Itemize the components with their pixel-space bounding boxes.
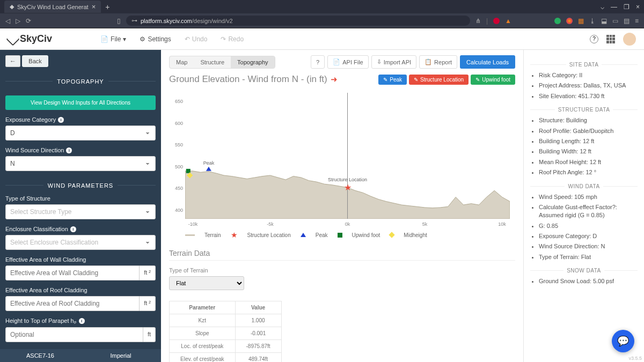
redo-button[interactable]: ↷ Redo: [221, 35, 244, 43]
calculate-loads-button[interactable]: Calculate Loads: [460, 55, 515, 69]
wind-data-header: WIND DATA: [530, 180, 638, 187]
table-row: Loc. of crest/peak-8975.87ft: [170, 340, 282, 353]
share-icon[interactable]: ⋔: [475, 17, 481, 25]
enclosure-select[interactable]: Select Enclosure Classification: [5, 235, 156, 250]
list-item: Site Elevation: 451.730 ft: [539, 92, 638, 100]
ext-icon-9[interactable]: ▤: [624, 17, 630, 25]
menu-icon[interactable]: ≡: [635, 17, 639, 25]
roof-cladding-input[interactable]: [5, 296, 140, 311]
nav-back-icon[interactable]: ◁: [5, 17, 10, 25]
file-menu[interactable]: 📄 File ▾: [100, 35, 126, 43]
user-avatar[interactable]: [623, 33, 636, 46]
caret-down-icon[interactable]: ⌵: [601, 3, 604, 11]
settings-menu[interactable]: ⚙ Settings: [140, 35, 171, 43]
report-button[interactable]: 📋 Report: [419, 55, 457, 69]
list-item: G: 0.85: [539, 222, 638, 230]
chart-legend: Terrain ★Structure Location Peak Upwind …: [169, 231, 515, 239]
url-field[interactable]: ⊶ platform.skyciv.com/design/wind/v2: [126, 16, 470, 26]
ext-icon-4[interactable]: [566, 18, 573, 24]
arrow-right-icon: ➜: [331, 75, 338, 84]
chart-title: Ground Elevation - Wind from N - (in ft): [169, 74, 327, 85]
chat-bubble-icon[interactable]: 💬: [612, 330, 634, 352]
ext-icon-3[interactable]: [554, 18, 561, 24]
view-design-inputs-button[interactable]: View Design Wind Inputs for All Directio…: [5, 95, 156, 110]
wind-params-header: WIND PARAMETERS: [5, 179, 156, 186]
parameter-table: ParameterValue Kzt1.000Slope-0.001Loc. o…: [169, 301, 282, 362]
star-icon: ★: [231, 231, 238, 239]
units-toggle[interactable]: Imperial: [80, 349, 161, 362]
peak-badge[interactable]: ✎ Peak: [378, 75, 407, 85]
list-item: Structure: Building: [539, 116, 638, 124]
tab-topography[interactable]: Topography: [231, 56, 275, 68]
exposure-category-select[interactable]: D: [5, 125, 156, 141]
window-close-icon[interactable]: ×: [636, 3, 640, 11]
apps-icon[interactable]: [606, 35, 615, 43]
browser-tab[interactable]: ◆SkyCiv Wind Load Generat ×: [4, 1, 101, 13]
list-item: Wind Speed: 105 mph: [539, 193, 638, 201]
site-settings-icon[interactable]: ⊶: [131, 17, 137, 24]
ext-icon-7[interactable]: ⬓: [601, 17, 607, 25]
type-structure-label: Type of Structure: [5, 195, 156, 202]
list-item: Mean Roof Height: 12 ft: [539, 158, 638, 166]
tab-map[interactable]: Map: [170, 56, 194, 68]
structure-location-badge[interactable]: ✎ Structure Location: [409, 75, 469, 85]
list-item: Roof Pitch Angle: 12 °: [539, 168, 638, 176]
unit-label: ft ²: [140, 296, 156, 311]
exposure-category-label: Exposure Categoryi: [5, 116, 156, 123]
type-structure-select[interactable]: Select Structure Type: [5, 204, 156, 219]
wall-cladding-input[interactable]: [5, 265, 140, 280]
info-icon[interactable]: i: [58, 117, 64, 123]
code-toggle[interactable]: ASCE7-16: [0, 349, 80, 362]
elevation-chart[interactable]: 400450500550600650 ★PeakStructure Locati…: [169, 90, 515, 230]
view-tabs: Map Structure Topography: [169, 56, 275, 69]
ext-icon-1[interactable]: [493, 18, 500, 24]
svg-text:Peak: Peak: [203, 160, 215, 166]
list-item: Project Address: Dallas, TX, USA: [539, 82, 638, 90]
back-arrow-icon[interactable]: ←: [5, 55, 20, 67]
browser-tab-bar: ◆SkyCiv Wind Load Generat × + ⌵ — ❐ ×: [0, 0, 644, 13]
import-api-button[interactable]: ⇩ Import API: [371, 55, 416, 69]
list-item: Risk Category: II: [539, 71, 638, 79]
ext-icon-8[interactable]: ▭: [612, 17, 618, 25]
nav-reload-icon[interactable]: ⟳: [26, 17, 31, 25]
ext-icon-6[interactable]: ⭳: [589, 17, 596, 25]
app-toolbar: SkyCiv 📄 File ▾ ⚙ Settings ↶ Undo ↷ Redo…: [0, 28, 644, 50]
parapet-label: Height to Top of Parapet hₚi: [5, 317, 156, 324]
upwind-foot-badge[interactable]: ✎ Upwind foot: [471, 75, 515, 85]
parapet-input[interactable]: [5, 327, 143, 342]
diamond-icon: [389, 232, 395, 238]
table-row: Elev. of crest/peak489.74ft: [170, 353, 282, 363]
unit-label: ft: [143, 327, 156, 342]
sidebar: ← Back TOPOGRAPHY View Design Wind Input…: [0, 50, 161, 362]
list-item: Exposure Category: D: [539, 232, 638, 240]
api-file-button[interactable]: 📄 API File: [327, 55, 369, 69]
list-item: Roof Profile: Gable/Duopitch: [539, 127, 638, 135]
info-icon[interactable]: i: [79, 318, 85, 324]
help-button[interactable]: ?: [311, 55, 325, 69]
data-panel: SITE DATA Risk Category: IIProject Addre…: [523, 50, 644, 362]
list-item: Building Width: 12 ft: [539, 147, 638, 156]
terrain-type-select[interactable]: Flat: [169, 276, 244, 290]
close-tab-icon[interactable]: ×: [92, 3, 96, 11]
wind-direction-select[interactable]: N: [5, 156, 156, 171]
brand-logo[interactable]: SkyCiv: [8, 33, 52, 45]
help-icon[interactable]: ?: [590, 35, 598, 43]
window-restore-icon[interactable]: ❐: [624, 3, 630, 11]
info-icon[interactable]: i: [66, 147, 72, 153]
ext-icon-2[interactable]: ▲: [505, 17, 511, 25]
info-icon[interactable]: i: [70, 226, 76, 232]
table-row: Kzt1.000: [170, 314, 282, 327]
new-tab-icon[interactable]: +: [105, 3, 109, 11]
square-icon: [338, 233, 342, 238]
back-button[interactable]: Back: [22, 55, 48, 67]
tab-structure[interactable]: Structure: [194, 56, 231, 68]
list-item: Ground Snow Load: 5.00 psf: [539, 277, 638, 285]
bookmark-icon[interactable]: ▯: [117, 17, 121, 25]
nav-fwd-icon[interactable]: ▷: [16, 17, 20, 25]
undo-button[interactable]: ↶ Undo: [185, 35, 208, 43]
list-item: Type of Terrain: Flat: [539, 253, 638, 261]
window-minimize-icon[interactable]: —: [611, 3, 617, 11]
snow-data-header: SNOW DATA: [530, 264, 638, 271]
wind-direction-label: Wind Source Directioni: [5, 147, 156, 153]
ext-icon-5[interactable]: ▦: [578, 17, 584, 25]
